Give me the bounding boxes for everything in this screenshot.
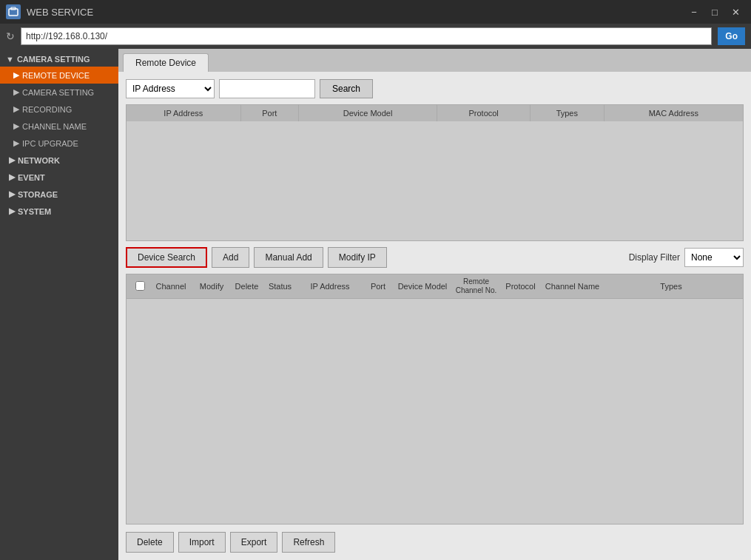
col-types: Types <box>530 105 604 121</box>
remote-device-chevron: ▶ <box>13 70 19 80</box>
close-button[interactable]: ✕ <box>726 4 745 20</box>
sidebar: ▼ CAMERA SETTING ▶ REMOTE DEVICE ▶ CAMER… <box>0 49 118 560</box>
recording-chevron: ▶ <box>13 104 19 114</box>
search-row: IP Address Device Model MAC Address Sear… <box>126 79 744 98</box>
col-delete: Delete <box>230 282 263 291</box>
select-all-checkbox[interactable] <box>135 281 145 291</box>
tab-remote-device-label: Remote Device <box>135 58 196 68</box>
network-label: NETWORK <box>18 156 60 165</box>
app-title: WEB SERVICE <box>27 7 678 18</box>
col-checkbox <box>131 281 149 292</box>
camera-setting-item-label: CAMERA SETTING <box>22 88 94 97</box>
upper-table-container: IP Address Port Device Model Protocol Ty… <box>126 104 744 241</box>
lower-table-container: Channel Modify Delete Status IP Address … <box>126 274 744 524</box>
go-button[interactable]: Go <box>718 27 745 45</box>
address-bar: ↻ Go <box>0 24 751 49</box>
channel-name-label: CHANNEL NAME <box>22 122 87 131</box>
search-button[interactable]: Search <box>320 79 373 98</box>
refresh-icon[interactable]: ↻ <box>6 30 15 42</box>
sidebar-camera-setting-header[interactable]: ▼ CAMERA SETTING <box>0 49 118 67</box>
camera-setting-arrow: ▼ <box>6 55 14 64</box>
app-icon <box>6 4 21 19</box>
lower-table-header: Channel Modify Delete Status IP Address … <box>127 274 743 299</box>
modify-ip-button[interactable]: Modify IP <box>328 247 387 268</box>
event-chevron: ▶ <box>9 172 15 182</box>
title-bar: WEB SERVICE − □ ✕ <box>0 0 751 24</box>
minimize-button[interactable]: − <box>684 4 704 20</box>
tab-bar: Remote Device <box>118 49 751 72</box>
network-chevron: ▶ <box>9 155 15 165</box>
main-panel: IP Address Device Model MAC Address Sear… <box>118 72 751 560</box>
sidebar-item-recording[interactable]: ▶ RECORDING <box>0 101 118 118</box>
sidebar-item-channel-name[interactable]: ▶ CHANNEL NAME <box>0 118 118 135</box>
recording-label: RECORDING <box>22 105 72 114</box>
col-status: Status <box>263 282 297 291</box>
col-lower-ip: IP Address <box>297 282 363 291</box>
sidebar-item-system[interactable]: ▶ SYSTEM <box>0 203 118 220</box>
ipc-upgrade-chevron: ▶ <box>13 138 19 148</box>
col-port: Port <box>240 105 298 121</box>
address-input[interactable] <box>21 27 712 45</box>
device-search-button[interactable]: Device Search <box>126 247 207 268</box>
ipc-upgrade-label: IPC UPGRADE <box>22 139 78 148</box>
col-lower-protocol: Protocol <box>500 282 541 291</box>
bottom-row: Delete Import Export Refresh <box>126 532 744 553</box>
col-lower-model: Device Model <box>393 282 452 291</box>
display-filter-row: Display Filter None All Added <box>629 248 744 267</box>
system-label: SYSTEM <box>18 207 51 216</box>
system-chevron: ▶ <box>9 206 15 216</box>
tab-remote-device[interactable]: Remote Device <box>123 53 209 72</box>
storage-chevron: ▶ <box>9 189 15 199</box>
camera-setting-label: CAMERA SETTING <box>17 55 90 64</box>
action-row: Device Search Add Manual Add Modify IP D… <box>126 247 744 268</box>
col-channel-name: Channel Name <box>541 282 604 291</box>
import-button[interactable]: Import <box>178 532 226 553</box>
content-area: Remote Device IP Address Device Model MA… <box>118 49 751 560</box>
delete-button[interactable]: Delete <box>126 532 174 553</box>
sidebar-item-camera-setting[interactable]: ▶ CAMERA SETTING <box>0 84 118 101</box>
filter-select[interactable]: IP Address Device Model MAC Address <box>126 79 215 98</box>
manual-add-button[interactable]: Manual Add <box>254 247 323 268</box>
remote-device-label: REMOTE DEVICE <box>22 71 90 80</box>
sidebar-item-storage[interactable]: ▶ STORAGE <box>0 186 118 203</box>
col-protocol: Protocol <box>437 105 531 121</box>
col-lower-port: Port <box>363 282 393 291</box>
maximize-button[interactable]: □ <box>705 4 724 20</box>
main-layout: ▼ CAMERA SETTING ▶ REMOTE DEVICE ▶ CAMER… <box>0 49 751 560</box>
col-ip-address: IP Address <box>127 105 240 121</box>
col-channel: Channel <box>149 282 193 291</box>
col-device-model: Device Model <box>298 105 437 121</box>
display-filter-label: Display Filter <box>629 252 680 263</box>
sidebar-item-event[interactable]: ▶ EVENT <box>0 169 118 186</box>
display-filter-select[interactable]: None All Added <box>684 248 744 267</box>
refresh-button[interactable]: Refresh <box>282 532 335 553</box>
col-remote-channel: Remote Channel No. <box>452 277 500 295</box>
table-row-empty <box>127 121 743 225</box>
col-modify: Modify <box>193 282 230 291</box>
col-lower-types: Types <box>604 282 738 291</box>
add-button[interactable]: Add <box>212 247 249 268</box>
upper-table: IP Address Port Device Model Protocol Ty… <box>127 105 743 225</box>
channel-name-chevron: ▶ <box>13 121 19 131</box>
window-controls: − □ ✕ <box>684 4 745 20</box>
sidebar-item-remote-device[interactable]: ▶ REMOTE DEVICE <box>0 67 118 84</box>
storage-label: STORAGE <box>18 190 58 199</box>
sidebar-item-network[interactable]: ▶ NETWORK <box>0 152 118 169</box>
camera-setting-item-chevron: ▶ <box>13 87 19 97</box>
lower-table-body <box>127 299 743 524</box>
sidebar-item-ipc-upgrade[interactable]: ▶ IPC UPGRADE <box>0 135 118 152</box>
col-mac-address: MAC Address <box>604 105 743 121</box>
search-input[interactable] <box>219 79 315 98</box>
event-label: EVENT <box>18 173 45 182</box>
export-button[interactable]: Export <box>230 532 278 553</box>
